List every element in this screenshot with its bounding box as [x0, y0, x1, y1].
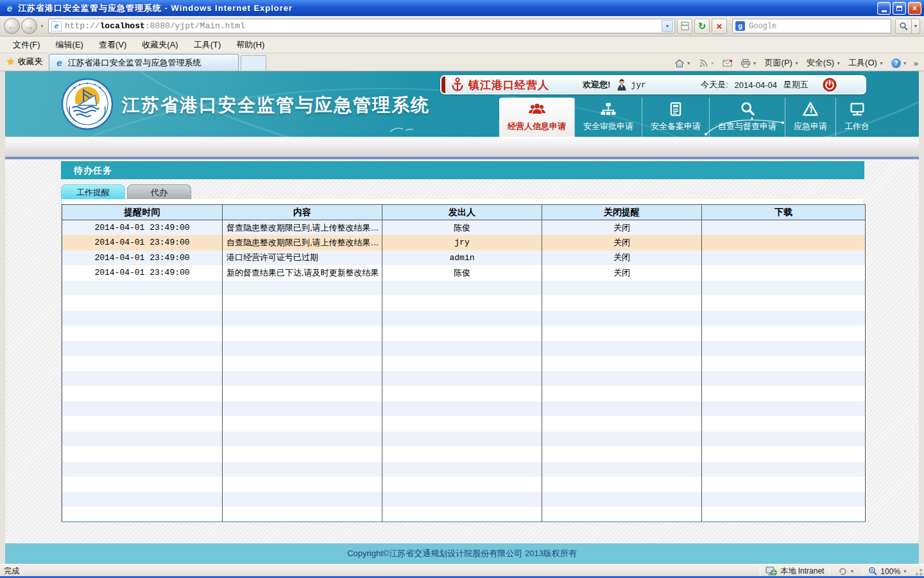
- task-row: 2014-04-01 23:49:00港口经营许可证号已过期admin关闭: [62, 250, 866, 266]
- zoom-control[interactable]: 100% ▼: [868, 566, 910, 576]
- chevron-down-icon: ▼: [903, 569, 907, 574]
- logout-button[interactable]: [823, 78, 837, 92]
- task-row-empty: [62, 416, 866, 432]
- tools-menu-button[interactable]: 工具(O) ▼: [845, 55, 887, 71]
- cell-close: [542, 356, 702, 371]
- nav-operator-info[interactable]: 经营人信息申请: [499, 98, 574, 137]
- close-icon: ×: [912, 4, 917, 13]
- overflow-button[interactable]: »: [912, 58, 920, 68]
- cell-close[interactable]: 关闭: [542, 250, 702, 266]
- tab-pending[interactable]: 代办: [127, 184, 191, 199]
- cell-sender: [382, 295, 542, 311]
- browser-tab-active[interactable]: e 江苏省港口安全监管与应急管理系统: [49, 54, 239, 71]
- back-button[interactable]: ←: [4, 18, 20, 34]
- url-input[interactable]: e http://localhost:8080/yjpt/Main.html ▼: [48, 19, 675, 33]
- safety-menu-button[interactable]: 安全(S) ▼: [803, 55, 844, 71]
- nav-emergency[interactable]: 应急申请: [785, 98, 835, 137]
- page-menu-button[interactable]: 页面(P) ▼: [762, 55, 802, 71]
- nav-label: 自查与督查申请: [718, 121, 776, 132]
- status-bar: 完成 本地 Intranet ▼ 100% ▼: [0, 564, 924, 578]
- nav-self-inspection[interactable]: 自查与督查申请: [709, 98, 785, 137]
- task-row-empty: [62, 401, 866, 417]
- cell-download: [702, 446, 866, 462]
- cell-sender: [382, 507, 542, 522]
- minimize-button[interactable]: [877, 2, 891, 15]
- panel-title: 待办任务: [61, 161, 864, 179]
- google-icon: g: [735, 21, 745, 31]
- cell-close[interactable]: 关闭: [542, 235, 702, 250]
- cell-sender: [382, 371, 542, 387]
- menu-help[interactable]: 帮助(H): [228, 37, 272, 53]
- print-button[interactable]: ▼: [737, 57, 760, 70]
- forward-button[interactable]: →: [21, 18, 37, 34]
- feeds-button[interactable]: ▼: [696, 57, 718, 70]
- favorites-label: 收藏夹: [17, 56, 42, 67]
- nav-safety-approval[interactable]: 安全审批申请: [574, 98, 642, 137]
- cell-close[interactable]: 关闭: [542, 265, 702, 281]
- cell-close: [542, 462, 702, 477]
- panel-body: 提醒时间 内容 发出人 关闭提醒 下载 2014-04-01 23:49:00督…: [61, 199, 864, 522]
- menu-favorites[interactable]: 收藏夹(A): [134, 37, 185, 53]
- cell-sender: [382, 477, 542, 492]
- close-button[interactable]: ×: [908, 2, 921, 15]
- favorites-button[interactable]: ★ 收藏夹: [3, 53, 49, 71]
- tab-work-reminder[interactable]: 工作提醒: [61, 184, 125, 199]
- status-separator: [862, 567, 863, 576]
- refresh-button[interactable]: ↻: [694, 19, 710, 34]
- cell-time: [62, 311, 223, 326]
- compatibility-view-button[interactable]: [677, 19, 692, 34]
- menu-edit[interactable]: 编辑(E): [48, 37, 91, 53]
- status-separator: [829, 567, 830, 576]
- cell-sender: [382, 356, 542, 371]
- cell-download: [702, 492, 866, 507]
- rss-icon: [699, 58, 708, 68]
- column-download: 下载: [702, 205, 866, 220]
- read-mail-button[interactable]: [719, 57, 736, 69]
- cell-sender: [382, 492, 542, 507]
- menu-view[interactable]: 查看(V): [91, 37, 134, 53]
- cell-close: [542, 432, 702, 447]
- nav-workbench[interactable]: 工作台: [835, 98, 878, 137]
- cell-close: [542, 281, 702, 296]
- search-input[interactable]: g Google: [732, 19, 891, 33]
- task-row-empty: [62, 281, 866, 296]
- title-bar: e 江苏省港口安全监管与应急管理系统 - Windows Internet Ex…: [0, 0, 924, 16]
- system-title: 江苏省港口安全监管与应急管理系统: [122, 93, 430, 118]
- zone-label: 本地 Intranet: [780, 566, 824, 577]
- new-tab-button[interactable]: [241, 55, 266, 71]
- stop-button[interactable]: ×: [712, 19, 727, 34]
- menu-tools[interactable]: 工具(T): [186, 37, 229, 53]
- cell-download: [702, 326, 866, 341]
- menu-file[interactable]: 文件(F): [5, 37, 48, 53]
- column-content: 内容: [223, 205, 382, 220]
- cell-sender: [382, 432, 542, 447]
- resize-grip[interactable]: [914, 568, 923, 577]
- url-scheme: http://: [65, 21, 100, 31]
- stop-icon: ×: [717, 21, 723, 31]
- protected-mode-button[interactable]: ▼: [835, 565, 857, 578]
- search-options-button[interactable]: ▼: [912, 19, 920, 34]
- cell-close: [542, 446, 702, 462]
- cell-content: [223, 311, 382, 326]
- document-icon: [667, 101, 684, 118]
- cell-time: 2014-04-01 23:49:00: [62, 250, 223, 266]
- star-icon: ★: [6, 56, 15, 67]
- cell-content: [223, 462, 382, 477]
- power-icon: [823, 78, 837, 92]
- status-text: 完成: [4, 566, 19, 577]
- search-button[interactable]: [895, 19, 912, 34]
- nav-safety-record[interactable]: 安全备案申请: [642, 98, 709, 137]
- home-button[interactable]: ▼: [671, 57, 694, 70]
- chevron-down-icon: ▼: [903, 61, 907, 66]
- task-row-empty: [62, 492, 866, 507]
- cell-content: 新的督查结果已下达,请及时更新整改结果: [223, 265, 382, 281]
- restore-button[interactable]: [893, 2, 906, 15]
- help-button[interactable]: ? ▼: [888, 57, 911, 70]
- task-row-empty: [62, 477, 866, 492]
- history-chevron-icon[interactable]: ▼: [40, 24, 44, 28]
- cell-close[interactable]: 关闭: [542, 220, 702, 236]
- weekday: 星期五: [783, 79, 809, 91]
- cell-time: [62, 281, 223, 296]
- url-dropdown-button[interactable]: ▼: [662, 20, 673, 32]
- task-row-empty: [62, 356, 866, 371]
